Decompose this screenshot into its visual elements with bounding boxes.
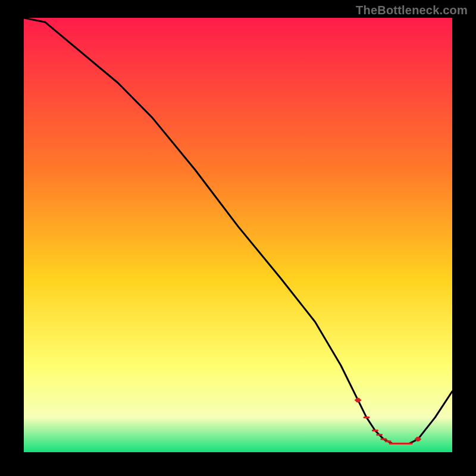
- svg-point-14: [415, 437, 420, 441]
- chart-svg: [24, 18, 452, 452]
- svg-point-13: [356, 397, 361, 402]
- chart-frame: TheBottleneck.com: [0, 0, 476, 476]
- watermark-text: TheBottleneck.com: [356, 4, 468, 17]
- svg-rect-0: [24, 18, 452, 452]
- chart-plot-area: [24, 18, 452, 452]
